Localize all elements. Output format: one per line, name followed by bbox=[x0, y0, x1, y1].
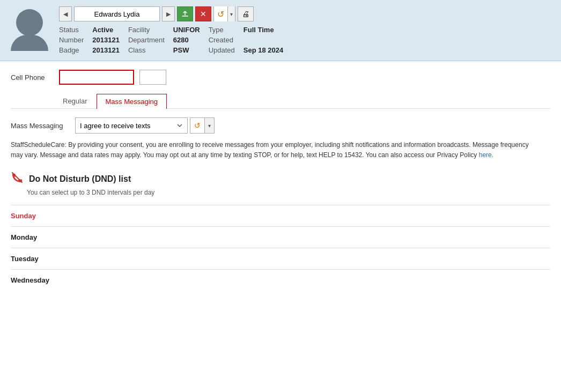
history-button-group[interactable]: ↺ ▾ bbox=[213, 6, 235, 21]
tab-mass-messaging[interactable]: Mass Messaging bbox=[97, 94, 167, 109]
upload-button[interactable] bbox=[177, 6, 193, 21]
profile-bar: ◀ ▶ ✕ ↺ ▾ 🖨 bbox=[0, 0, 561, 61]
agree-dropdown[interactable]: I agree to receive texts I do not agree … bbox=[75, 117, 188, 134]
name-input[interactable] bbox=[74, 6, 160, 21]
facility-value: UNIFOR bbox=[173, 26, 200, 34]
class-value: PSW bbox=[173, 46, 200, 54]
number-value: 2013121 bbox=[92, 36, 120, 44]
type-value: Full Time bbox=[243, 26, 283, 34]
day-tuesday-label: Tuesday bbox=[11, 255, 64, 263]
day-rows: Sunday Monday Tuesday Wednesday bbox=[11, 205, 550, 291]
tab-mass-messaging-label: Mass Messaging bbox=[106, 98, 158, 106]
avatar-head bbox=[16, 9, 43, 36]
department-label: Department bbox=[128, 36, 165, 44]
dnd-header: Do Not Disturb (DND) list bbox=[11, 171, 550, 187]
consent-body: StaffScheduleCare: By providing your con… bbox=[11, 141, 529, 159]
day-sunday-label: Sunday bbox=[11, 212, 64, 220]
avatar-body bbox=[11, 35, 48, 51]
tab-regular-label: Regular bbox=[63, 97, 87, 105]
day-row-tuesday: Tuesday bbox=[11, 248, 550, 269]
department-value: 6280 bbox=[173, 36, 200, 44]
mass-messaging-history-button[interactable]: ↺ bbox=[190, 118, 204, 133]
dropdown-wrap: I agree to receive texts I do not agree … bbox=[75, 117, 215, 134]
status-value: Active bbox=[92, 26, 120, 34]
updated-value: Sep 18 2024 bbox=[243, 46, 283, 54]
cell-phone-label: Cell Phone bbox=[11, 73, 54, 82]
badge-label: Badge bbox=[59, 46, 84, 54]
status-label: Status bbox=[59, 26, 84, 34]
tabs-row: Regular Mass Messaging bbox=[11, 93, 550, 109]
next-button[interactable]: ▶ bbox=[162, 6, 175, 21]
print-icon: 🖨 bbox=[242, 10, 249, 18]
prev-button[interactable]: ◀ bbox=[59, 6, 72, 21]
main-content: Cell Phone Regular Mass Messaging Mass M… bbox=[0, 61, 561, 299]
facility-label: Facility bbox=[128, 26, 165, 34]
history-button[interactable]: ↺ bbox=[214, 6, 227, 21]
mass-messaging-label: Mass Messaging bbox=[11, 122, 70, 130]
privacy-policy-link[interactable]: here. bbox=[479, 151, 493, 159]
mass-messaging-history-group[interactable]: ↺ ▾ bbox=[190, 117, 215, 134]
dnd-icon bbox=[11, 171, 24, 187]
avatar bbox=[11, 9, 48, 52]
tab-regular[interactable]: Regular bbox=[54, 93, 97, 108]
day-row-wednesday: Wednesday bbox=[11, 269, 550, 291]
mass-messaging-history-dropdown[interactable]: ▾ bbox=[204, 118, 214, 133]
day-row-monday: Monday bbox=[11, 226, 550, 248]
history-dropdown-button[interactable]: ▾ bbox=[227, 6, 235, 21]
cell-phone-row: Cell Phone bbox=[11, 70, 550, 85]
cell-ext-input[interactable] bbox=[139, 70, 166, 85]
badge-value: 2013121 bbox=[92, 46, 120, 54]
history-icon: ↺ bbox=[217, 10, 224, 19]
day-monday-label: Monday bbox=[11, 233, 64, 241]
dnd-section: Do Not Disturb (DND) list You can select… bbox=[11, 171, 550, 291]
type-label: Type bbox=[209, 26, 235, 34]
close-button[interactable]: ✕ bbox=[195, 6, 211, 21]
nav-controls: ◀ ▶ ✕ ↺ ▾ 🖨 bbox=[59, 6, 283, 21]
class-label: Class bbox=[128, 46, 165, 54]
dnd-title: Do Not Disturb (DND) list bbox=[29, 174, 131, 184]
day-row-sunday: Sunday bbox=[11, 205, 550, 226]
cell-phone-input[interactable] bbox=[59, 70, 134, 85]
history-icon: ↺ bbox=[194, 121, 201, 130]
print-button[interactable]: 🖨 bbox=[238, 6, 254, 21]
close-icon: ✕ bbox=[200, 10, 206, 18]
number-label: Number bbox=[59, 36, 84, 44]
updated-label: Updated bbox=[209, 46, 235, 54]
day-wednesday-label: Wednesday bbox=[11, 276, 64, 284]
mass-messaging-row: Mass Messaging I agree to receive texts … bbox=[11, 117, 550, 134]
dnd-subtitle: You can select up to 3 DND intervals per… bbox=[27, 189, 550, 196]
created-label: Created bbox=[209, 36, 235, 44]
info-grid: Status Active Facility UNIFOR Type Full … bbox=[59, 26, 283, 54]
consent-text: StaffScheduleCare: By providing your con… bbox=[11, 140, 536, 160]
